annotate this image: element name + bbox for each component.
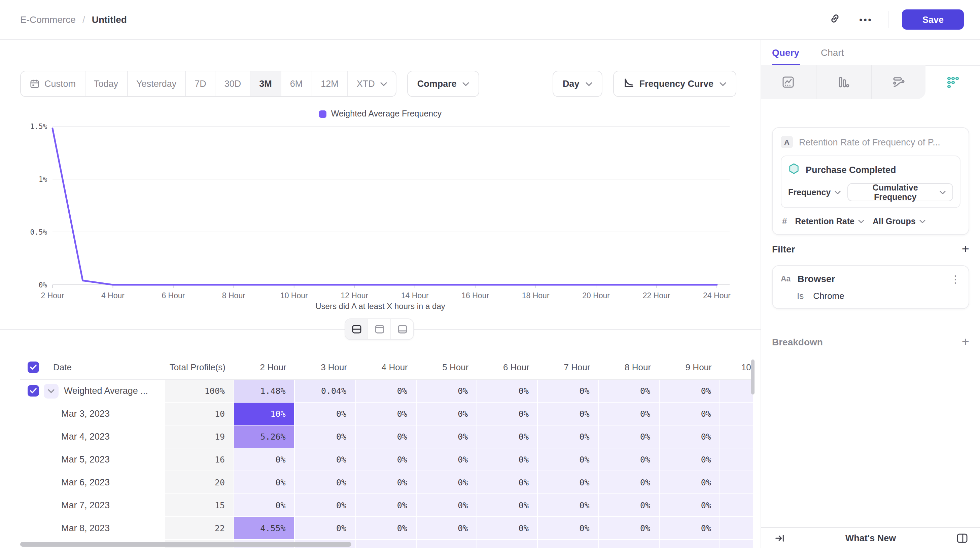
heat-cell[interactable]: 0% xyxy=(417,425,477,448)
range-7d[interactable]: 7D xyxy=(185,72,215,96)
vertical-scrollbar[interactable] xyxy=(751,360,754,395)
chart-type-insights[interactable] xyxy=(761,65,816,99)
heat-cell[interactable] xyxy=(599,540,660,548)
heat-cell[interactable]: 0% xyxy=(295,494,356,517)
heat-cell[interactable]: 0% xyxy=(477,403,538,425)
heat-cell[interactable]: 0% xyxy=(660,471,721,494)
layout-chart-top-button[interactable] xyxy=(368,319,390,339)
compare-button[interactable]: Compare xyxy=(407,71,480,97)
copy-link-button[interactable] xyxy=(826,11,844,28)
range-3m[interactable]: 3M xyxy=(250,72,281,96)
chart-mode-dropdown[interactable]: Frequency Curve xyxy=(613,71,737,97)
heat-cell[interactable]: 0% xyxy=(234,471,295,494)
save-button[interactable]: Save xyxy=(902,10,964,30)
heat-cell[interactable]: 0% xyxy=(660,425,721,448)
heat-cell[interactable]: 0% xyxy=(417,448,477,471)
heat-cell[interactable]: 0% xyxy=(721,517,753,540)
heat-cell[interactable]: 0% xyxy=(477,380,538,403)
heat-cell[interactable]: 0% xyxy=(599,471,660,494)
heat-cell[interactable]: 0% xyxy=(599,425,660,448)
range-xtd[interactable]: XTD xyxy=(347,72,396,96)
layout-split-button[interactable] xyxy=(345,319,368,339)
whats-new-link[interactable]: What's New xyxy=(788,533,953,543)
heat-cell[interactable]: 0% xyxy=(417,517,477,540)
heat-cell[interactable]: 0% xyxy=(477,471,538,494)
heat-cell[interactable]: 0% xyxy=(599,494,660,517)
heat-cell[interactable]: 0% xyxy=(295,448,356,471)
heat-cell[interactable]: 0% xyxy=(721,425,753,448)
heat-cell[interactable]: 0% xyxy=(660,494,721,517)
heat-cell[interactable]: 0% xyxy=(538,494,599,517)
heat-cell[interactable]: 0% xyxy=(599,403,660,425)
frequency-line-chart[interactable]: 0%0.5%1%1.5%2 Hour4 Hour6 Hour8 Hour10 H… xyxy=(0,115,760,306)
heat-cell[interactable] xyxy=(356,540,417,548)
heat-cell[interactable]: 10% xyxy=(234,403,295,425)
groups-dropdown[interactable]: All Groups xyxy=(873,217,926,226)
expand-row-button[interactable] xyxy=(44,383,59,398)
select-all-checkbox[interactable] xyxy=(28,361,39,373)
heat-cell[interactable]: 0% xyxy=(538,425,599,448)
heat-cell[interactable]: 0% xyxy=(295,517,356,540)
heat-cell[interactable]: 0% xyxy=(356,494,417,517)
heat-cell[interactable]: 0% xyxy=(721,448,753,471)
filter-property[interactable]: Browser xyxy=(797,273,943,284)
heat-cell[interactable]: 5.26% xyxy=(234,425,295,448)
chart-type-funnels[interactable] xyxy=(816,65,871,99)
filter-menu-icon[interactable]: ⋮ xyxy=(950,274,961,284)
heat-cell[interactable]: 0.04% xyxy=(295,380,356,403)
heat-cell[interactable]: 0% xyxy=(721,380,753,403)
heat-cell[interactable]: 0% xyxy=(295,403,356,425)
granularity-dropdown[interactable]: Day xyxy=(553,71,602,97)
range-6m[interactable]: 6M xyxy=(281,72,312,96)
heat-cell[interactable] xyxy=(538,540,599,548)
heat-cell[interactable]: 0% xyxy=(477,517,538,540)
heat-cell[interactable]: 0% xyxy=(660,403,721,425)
range-30d[interactable]: 30D xyxy=(215,72,250,96)
heat-cell[interactable] xyxy=(721,540,753,548)
heat-cell[interactable]: 0% xyxy=(599,380,660,403)
more-options-button[interactable]: ••• xyxy=(857,11,875,28)
heat-cell[interactable] xyxy=(660,540,721,548)
heat-cell[interactable]: 0% xyxy=(295,425,356,448)
heat-cell[interactable] xyxy=(417,540,477,548)
heat-cell[interactable]: 0% xyxy=(660,380,721,403)
heat-cell[interactable]: 0% xyxy=(477,494,538,517)
horizontal-scrollbar[interactable] xyxy=(20,542,352,546)
heat-cell[interactable] xyxy=(477,540,538,548)
heat-cell[interactable]: 0% xyxy=(417,380,477,403)
heat-cell[interactable]: 4.55% xyxy=(234,517,295,540)
heat-cell[interactable]: 0% xyxy=(417,403,477,425)
event-selector[interactable]: Purchase Completed xyxy=(788,163,953,176)
heat-cell[interactable]: 0% xyxy=(417,471,477,494)
row-checkbox[interactable] xyxy=(28,385,39,397)
frequency-dropdown[interactable]: Frequency xyxy=(788,188,841,197)
heat-cell[interactable]: 1.48% xyxy=(234,380,295,403)
tab-query[interactable]: Query xyxy=(772,40,799,65)
heat-cell[interactable]: 0% xyxy=(417,494,477,517)
heat-cell[interactable]: 0% xyxy=(477,448,538,471)
query-title-input[interactable]: Retention Rate of Frequency of P... xyxy=(799,137,940,147)
collapse-sidebar-button[interactable] xyxy=(771,529,788,546)
panel-layout-button[interactable] xyxy=(953,529,970,546)
heat-cell[interactable]: 0% xyxy=(356,425,417,448)
heat-cell[interactable]: 0% xyxy=(721,403,753,425)
heat-cell[interactable]: 0% xyxy=(356,380,417,403)
heat-cell[interactable]: 0% xyxy=(538,471,599,494)
heat-cell[interactable]: 0% xyxy=(295,471,356,494)
heat-cell[interactable]: 0% xyxy=(721,471,753,494)
heat-cell[interactable]: 0% xyxy=(356,517,417,540)
heat-cell[interactable]: 0% xyxy=(660,448,721,471)
chart-type-retention[interactable] xyxy=(926,65,980,99)
heat-cell[interactable]: 0% xyxy=(234,448,295,471)
breadcrumb-parent[interactable]: E-Commerce xyxy=(20,14,76,25)
heat-cell[interactable]: 0% xyxy=(234,494,295,517)
tab-chart[interactable]: Chart xyxy=(821,40,844,65)
heat-cell[interactable]: 0% xyxy=(721,494,753,517)
cumulative-frequency-dropdown[interactable]: Cumulative Frequency xyxy=(847,183,953,201)
heat-cell[interactable]: 0% xyxy=(356,471,417,494)
heat-cell[interactable]: 0% xyxy=(538,448,599,471)
heat-cell[interactable]: 0% xyxy=(599,448,660,471)
heat-cell[interactable]: 0% xyxy=(599,517,660,540)
add-filter-button[interactable]: + xyxy=(962,242,969,255)
heat-cell[interactable]: 0% xyxy=(356,448,417,471)
